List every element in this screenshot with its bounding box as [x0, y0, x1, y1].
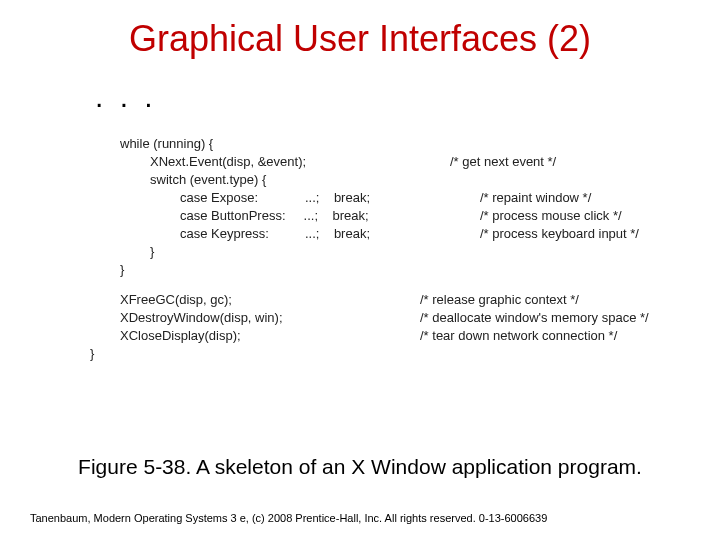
code-line: case Expose: ...; break; [90, 189, 480, 207]
code-line: XNext.Event(disp, &event); [90, 153, 450, 171]
code-line: while (running) { [90, 135, 420, 153]
slide: Graphical User Interfaces (2) . . . whil… [0, 0, 720, 540]
code-line: } [90, 261, 420, 279]
ellipsis: . . . [95, 80, 157, 114]
code-comment: /* process keyboard input */ [480, 225, 639, 243]
code-line: case Keypress: ...; break; [90, 225, 480, 243]
code-line: XFreeGC(disp, gc); [90, 291, 420, 309]
code-line: } [90, 345, 390, 363]
code-line: XDestroyWindow(disp, win); [90, 309, 420, 327]
code-comment: /* tear down network connection */ [420, 327, 617, 345]
code-comment: /* deallocate window's memory space */ [420, 309, 649, 327]
code-line: XCloseDisplay(disp); [90, 327, 420, 345]
slide-title: Graphical User Interfaces (2) [0, 18, 720, 60]
code-comment: /* release graphic context */ [420, 291, 579, 309]
code-line: } [90, 243, 450, 261]
code-block: while (running) { XNext.Event(disp, &eve… [90, 135, 650, 363]
figure-caption: Figure 5-38. A skeleton of an X Window a… [0, 455, 720, 479]
code-comment: /* get next event */ [450, 153, 556, 171]
code-line: switch (event.type) { [90, 171, 450, 189]
code-comment: /* process mouse click */ [480, 207, 622, 225]
code-line: case ButtonPress: ...; break; [90, 207, 480, 225]
footnote: Tanenbaum, Modern Operating Systems 3 e,… [30, 512, 547, 524]
code-comment: /* repaint window */ [480, 189, 591, 207]
